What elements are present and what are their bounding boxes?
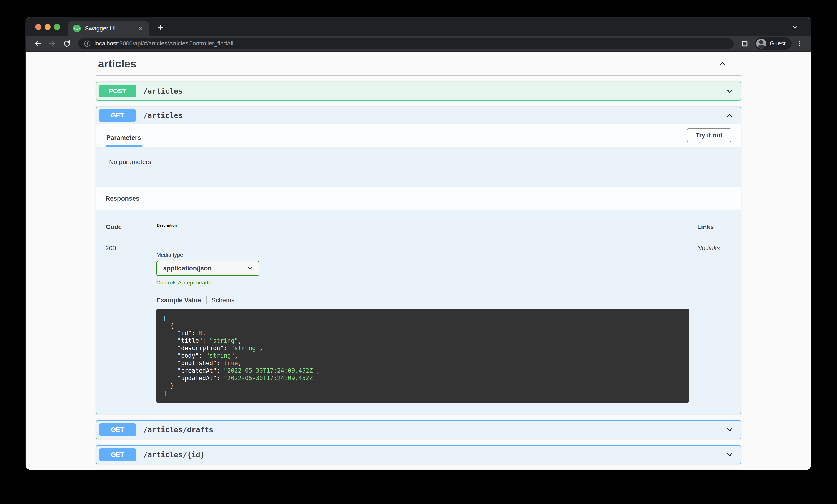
tab-list-chevron-icon[interactable]	[790, 22, 800, 32]
example-code: [ { "id": 0, "title": "string", "descrip…	[157, 309, 689, 403]
browser-window: {…} Swagger UI localhost:3000/api/	[26, 17, 811, 470]
site-info-icon[interactable]	[84, 40, 91, 47]
response-code: 200	[106, 244, 157, 403]
opblock-summary[interactable]: GET /articles/{id}	[96, 446, 741, 464]
avatar	[756, 39, 766, 49]
responses-section-header: Responses	[96, 187, 741, 210]
no-parameters-text: No parameters	[96, 147, 741, 187]
browser-tab-swagger-ui[interactable]: {…} Swagger UI	[68, 21, 149, 36]
response-links: No links	[697, 244, 731, 403]
close-window-button[interactable]	[35, 24, 41, 30]
endpoint-path: /articles/drafts	[143, 425, 725, 434]
column-header-description: Description	[157, 223, 697, 231]
minimize-window-button[interactable]	[44, 24, 51, 30]
method-badge-get: GET	[99, 109, 136, 122]
tab-schema[interactable]: Schema	[212, 297, 235, 304]
column-header-links: Links	[697, 223, 731, 231]
responses-table: Code Description Links 200 Media type ap…	[96, 210, 741, 414]
url-text: localhost:3000/api/#/articles/ArticlesCo…	[94, 40, 233, 47]
opblock-get-articles: GET /articles Parameters Try it out No p…	[96, 107, 741, 414]
url-host: localhost	[94, 40, 118, 47]
back-button[interactable]	[32, 37, 44, 50]
responses-title: Responses	[106, 195, 139, 202]
opblock-post-articles: POST /articles	[96, 81, 741, 101]
collapse-tag-chevron-up-icon[interactable]	[716, 59, 729, 69]
tab-parameters[interactable]: Parameters	[106, 124, 142, 147]
expand-chevron-down-icon[interactable]	[725, 450, 734, 459]
column-header-code: Code	[106, 223, 157, 231]
response-row-200: 200 Media type application/json Controls…	[106, 236, 731, 403]
forward-button[interactable]	[46, 37, 58, 50]
endpoint-path: /articles/{id}	[143, 450, 725, 459]
method-badge-get: GET	[99, 423, 136, 436]
tag-section-header[interactable]: articles	[96, 55, 741, 76]
opblock-summary[interactable]: POST /articles	[96, 82, 741, 100]
tab-title: Swagger UI	[85, 25, 137, 32]
media-type-value: application/json	[163, 265, 247, 272]
tag-title: articles	[98, 57, 137, 70]
opblock-get-articles-id: GET /articles/{id}	[96, 445, 741, 464]
browser-toolbar: localhost:3000/api/#/articles/ArticlesCo…	[26, 36, 811, 52]
side-panel-icon[interactable]	[738, 37, 751, 50]
responses-table-header: Code Description Links	[106, 223, 731, 236]
window-controls	[35, 24, 60, 30]
parameters-section-header: Parameters Try it out	[96, 124, 741, 147]
method-badge-post: POST	[99, 85, 136, 97]
opblock-summary[interactable]: GET /articles/drafts	[96, 421, 741, 439]
profile-label: Guest	[770, 40, 786, 47]
expand-chevron-down-icon[interactable]	[725, 425, 734, 434]
tab-strip: {…} Swagger UI	[26, 17, 811, 36]
address-bar[interactable]: localhost:3000/api/#/articles/ArticlesCo…	[78, 38, 733, 49]
browser-menu-icon[interactable]	[794, 37, 805, 50]
new-tab-button[interactable]	[155, 22, 165, 33]
url-path: :3000/api/#/articles/ArticlesController_…	[118, 40, 234, 47]
select-chevron-down-icon	[247, 265, 253, 272]
model-example-tabs: Example Value Schema	[157, 296, 689, 304]
endpoint-path: /articles	[143, 111, 725, 120]
tab-example-value[interactable]: Example Value	[157, 297, 201, 304]
method-badge-get: GET	[99, 448, 136, 461]
swagger-favicon-icon: {…}	[73, 24, 81, 32]
try-it-out-button[interactable]: Try it out	[687, 128, 731, 142]
profile-button[interactable]: Guest	[755, 37, 791, 50]
tab-divider	[206, 296, 207, 304]
media-type-select[interactable]: application/json	[157, 261, 259, 276]
opblock-summary[interactable]: GET /articles	[96, 107, 741, 124]
expand-chevron-down-icon[interactable]	[725, 87, 734, 96]
collapse-chevron-up-icon[interactable]	[725, 111, 734, 120]
maximize-window-button[interactable]	[54, 24, 60, 30]
endpoint-path: /articles	[143, 87, 725, 95]
reload-button[interactable]	[61, 37, 73, 50]
swagger-page: articles POST /articles GET	[26, 52, 811, 470]
accept-header-note: Controls Accept header.	[157, 280, 689, 286]
media-type-label: Media type	[157, 252, 689, 258]
opblock-get-articles-drafts: GET /articles/drafts	[96, 420, 741, 439]
tab-close-icon[interactable]	[137, 24, 144, 32]
